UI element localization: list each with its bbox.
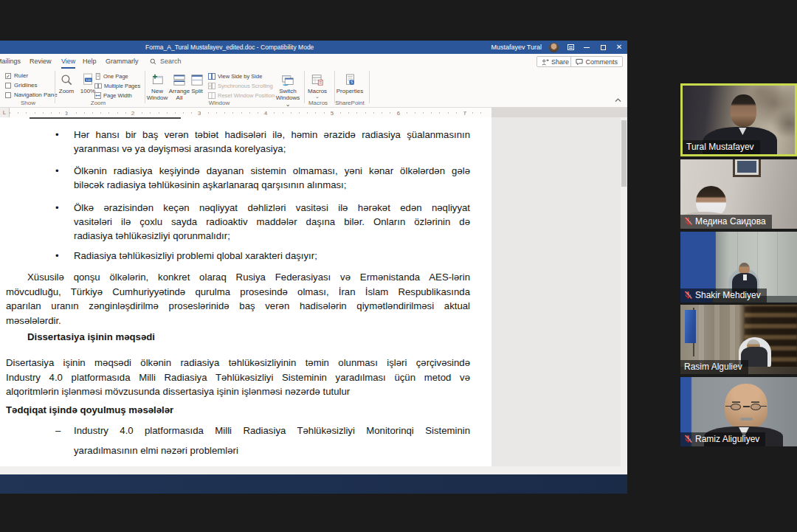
tab-grammarly[interactable]: Grammarly bbox=[106, 54, 139, 69]
share-icon bbox=[542, 58, 549, 66]
participant-name: Медина Саидова bbox=[695, 216, 766, 227]
dash-marker: – bbox=[55, 425, 61, 436]
doc-line: yaranması və ya dəyişməsi arasında korel… bbox=[74, 143, 286, 155]
ruler-checkbox[interactable]: ✓ Ruler bbox=[5, 72, 28, 79]
participant-video-shakir[interactable]: Shakir Mehdiyev bbox=[680, 232, 797, 303]
zoom-100-icon: 100 bbox=[83, 72, 94, 86]
zoom-group-label: Zoom bbox=[83, 100, 113, 106]
gridlines-checkbox[interactable]: Gridlines bbox=[5, 82, 38, 89]
screen: Forma_A_Tural Mustafayev_edited.doc - Co… bbox=[0, 0, 797, 532]
scrollbar-thumb[interactable] bbox=[621, 120, 627, 187]
ribbon: ✓ Ruler Gridlines Navigation Pane Show Z… bbox=[0, 69, 627, 108]
doc-line: mövcudluğu, Türkiyə Cumhuriyyətində quru… bbox=[6, 286, 470, 298]
doc-line: Industry 4.0 platformasıda Milli Radiasi… bbox=[6, 372, 470, 384]
bullet: • bbox=[55, 202, 59, 213]
restore-button[interactable] bbox=[598, 43, 607, 52]
macros-icon bbox=[311, 72, 323, 86]
comments-button[interactable]: Comments bbox=[570, 56, 623, 67]
flag bbox=[685, 310, 697, 343]
glasses bbox=[731, 404, 741, 410]
bullet: • bbox=[55, 250, 59, 261]
search-box[interactable]: Search bbox=[150, 54, 182, 69]
doc-heading: Tədqiqat işində qoyulmuş məsələlər bbox=[6, 404, 173, 416]
horizontal-ruler: L 1 2 3 4 5 6 7 bbox=[0, 108, 627, 117]
vertical-scrollbar[interactable] bbox=[621, 117, 627, 466]
doc-line: radiasiya təhlükəsizliyi qorunmalıdır; bbox=[74, 230, 230, 242]
properties-icon: S bbox=[345, 72, 356, 86]
new-window-button[interactable]: New Window bbox=[147, 72, 168, 101]
comments-icon bbox=[576, 58, 583, 66]
synchronous-scrolling-button[interactable]: Synchronous Scrolling bbox=[208, 83, 273, 89]
document-page[interactable]: • Hər hansı bir baş verən təbiət hadisəl… bbox=[0, 117, 491, 466]
page-width-button[interactable]: Page Width bbox=[94, 92, 132, 99]
participant-name: Tural Mustafayev bbox=[686, 142, 754, 152]
clipped-text-line bbox=[30, 117, 181, 119]
sharepoint-group-label: SharePoint bbox=[329, 100, 370, 106]
doc-line: məsələlərdir. bbox=[6, 315, 61, 327]
bullet: • bbox=[55, 165, 59, 176]
view-side-by-side-button[interactable]: View Side by Side bbox=[208, 73, 262, 80]
doc-line: Ölkənin radiasiya keşiyində dayanan sist… bbox=[74, 165, 470, 177]
doc-line: aparılan uranın zənginləşdirilmə prosesl… bbox=[6, 300, 470, 312]
doc-line: biləcək radiasiya təhlükəsinin aşkarlana… bbox=[74, 179, 346, 191]
account-name: Mustafayev Tural bbox=[491, 44, 542, 51]
document-title: Forma_A_Tural Mustafayev_edited.doc - Co… bbox=[145, 44, 314, 51]
navigation-pane-checkbox[interactable]: Navigation Pane bbox=[5, 91, 58, 98]
doc-line: Xüsusilə qonşu ölkələrin, konkret olaraq… bbox=[27, 272, 470, 283]
tab-review[interactable]: Review bbox=[30, 54, 52, 69]
participant-name-label: Медина Саидова bbox=[680, 215, 772, 229]
participant-name: Rasim Alguliev bbox=[684, 362, 742, 372]
reset-window-position-icon bbox=[208, 92, 215, 99]
participant-video-medina[interactable]: Медина Саидова bbox=[680, 159, 797, 229]
bullet: • bbox=[55, 129, 59, 140]
account-avatar[interactable] bbox=[549, 43, 559, 52]
document-area: • Hər hansı bir baş verən təbiət hadisəl… bbox=[0, 117, 627, 466]
tab-mailings[interactable]: Mailings bbox=[0, 54, 21, 69]
participant-name: Ramiz Aliguliyev bbox=[695, 434, 759, 444]
arrange-all-button[interactable]: Arrange All bbox=[168, 72, 190, 101]
reset-window-position-button[interactable]: Reset Window Position bbox=[208, 92, 275, 99]
participant-name-label: Shakir Mehdiyev bbox=[680, 289, 767, 303]
tab-selector[interactable]: L bbox=[0, 108, 10, 117]
macros-group-label: Macros bbox=[304, 100, 332, 106]
doc-line: yaradılmasının elmi nəzəri problemləri bbox=[74, 445, 238, 457]
split-button[interactable]: Split bbox=[189, 72, 205, 94]
multiple-pages-icon bbox=[94, 83, 102, 89]
show-group-label: Show bbox=[15, 100, 41, 106]
multiple-pages-button[interactable]: Multiple Pages bbox=[94, 83, 140, 89]
doc-line: Ölkə ərazisindən keçən nəqliyyat dəhlizl… bbox=[74, 202, 470, 214]
minimize-button[interactable] bbox=[582, 43, 591, 52]
ribbon-display-options-icon[interactable] bbox=[566, 43, 575, 52]
ribbon-tabs: Mailings Review View Help Grammarly Sear… bbox=[0, 54, 627, 69]
collapse-ribbon-button[interactable] bbox=[615, 92, 621, 106]
synchronous-scrolling-icon bbox=[208, 83, 215, 89]
close-button[interactable]: ✕ bbox=[615, 43, 624, 52]
window-group-label: Window bbox=[201, 100, 238, 106]
doc-line: Hər hansı bir baş verən təbiət hadisələr… bbox=[74, 129, 470, 141]
muted-mic-icon bbox=[684, 291, 692, 300]
title-bar: Forma_A_Tural Mustafayev_edited.doc - Co… bbox=[0, 41, 627, 54]
switch-windows-button[interactable]: Switch Windows ⌄ bbox=[275, 72, 301, 108]
word-window: Forma_A_Tural Mustafayev_edited.doc - Co… bbox=[0, 41, 627, 494]
tab-help[interactable]: Help bbox=[83, 54, 97, 69]
participant-video-rasim[interactable]: Rasim Alguliev bbox=[680, 305, 797, 374]
properties-button[interactable]: S Properties bbox=[334, 72, 366, 94]
one-page-button[interactable]: One Page bbox=[94, 73, 128, 80]
participant-name: Shakir Mehdiyev bbox=[695, 290, 761, 300]
doc-line: vasitələri ilə çoxlu sayda radioaktiv ma… bbox=[74, 216, 470, 228]
status-bar bbox=[0, 474, 627, 494]
zoom-button[interactable]: Zoom bbox=[55, 72, 78, 94]
tab-view[interactable]: View bbox=[61, 54, 75, 69]
muted-mic-icon bbox=[684, 435, 692, 443]
participant-video-ramiz[interactable]: Ramiz Aliguliyev bbox=[680, 377, 797, 446]
split-icon bbox=[191, 72, 203, 86]
svg-text:100: 100 bbox=[86, 78, 92, 82]
macros-button[interactable]: Macros ⌄ bbox=[306, 72, 329, 98]
arrange-all-icon bbox=[173, 72, 185, 86]
doc-line: alqoritmlərin işlənməsi mövzusunda disse… bbox=[6, 386, 350, 398]
share-button[interactable]: Share bbox=[536, 56, 574, 67]
view-side-by-side-icon bbox=[208, 73, 215, 80]
doc-line: Disertasiya işinin məqsədi ölkənin radia… bbox=[6, 357, 470, 369]
doc-line: Industry 4.0 platformasıda Milli Radiasi… bbox=[74, 425, 470, 437]
participant-video-tural[interactable]: Tural Mustafayev bbox=[680, 83, 797, 156]
